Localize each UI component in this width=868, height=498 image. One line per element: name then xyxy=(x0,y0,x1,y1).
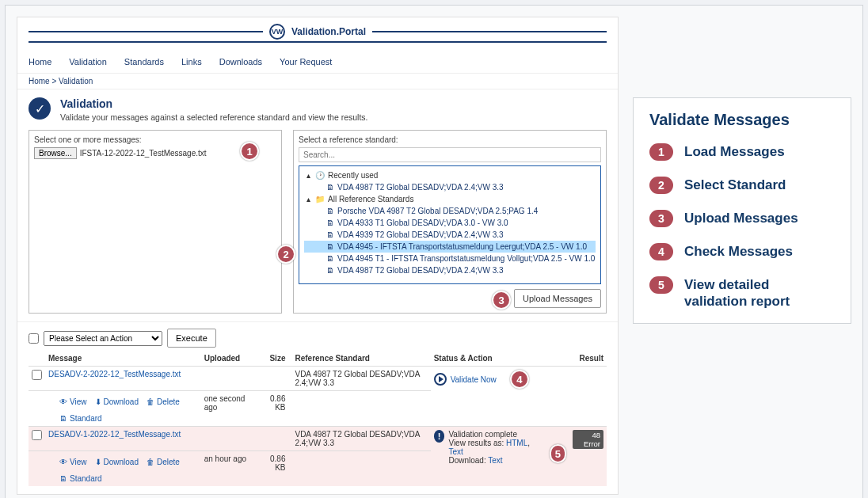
doc-icon: 🗎 xyxy=(326,266,334,275)
breadcrumb-home[interactable]: Home xyxy=(29,77,59,86)
download-link[interactable]: ⬇ Download xyxy=(95,458,139,466)
doc-icon: 🗎 xyxy=(326,230,334,239)
legend-label: Load Messages xyxy=(684,143,785,160)
check-icon: ✓ xyxy=(29,97,51,120)
legend-label: Upload Messages xyxy=(684,210,798,226)
eye-icon: 👁 xyxy=(59,458,67,466)
select-all-checkbox[interactable] xyxy=(29,333,39,344)
status-view-as: View results as: HTML, Text xyxy=(448,439,532,456)
legend-badge: 3 xyxy=(649,210,673,227)
legend-title: Validate Messages xyxy=(649,111,835,129)
legend-item: 3Upload Messages xyxy=(649,210,835,227)
message-file[interactable]: DESADV-1-2022-12_TestMessage.txt xyxy=(45,427,201,451)
standard-link[interactable]: 🗎 Standard xyxy=(59,474,198,483)
nav-your-request[interactable]: Your Request xyxy=(280,57,332,67)
action-bar: Please Select an Action Execute xyxy=(17,321,618,351)
execute-button[interactable]: Execute xyxy=(167,329,216,348)
eye-icon: 👁 xyxy=(59,397,67,406)
page-title: Validation xyxy=(60,97,368,110)
col-standard: Reference Standard xyxy=(291,351,430,367)
row-standard: VDA 4987 T2 Global DESADV;VDA 2.4;VW 3.3 xyxy=(291,367,430,391)
status-complete: Validation complete xyxy=(448,430,532,439)
portal-header: VW Validation.Portal xyxy=(29,24,607,43)
nav-downloads[interactable]: Downloads xyxy=(219,57,262,67)
tree-item[interactable]: 🗎 VDA 4933 T1 Global DESADV;VDA 3.0 - VW… xyxy=(304,217,596,229)
trash-icon: 🗑 xyxy=(147,397,154,406)
legend-panel: Validate Messages 1Load Messages2Select … xyxy=(633,97,851,324)
doc-icon: 🗎 xyxy=(326,219,334,227)
row-checkbox[interactable] xyxy=(32,430,42,440)
collapse-icon[interactable]: ▴ xyxy=(304,171,312,180)
selected-file-name: IFSTA-12-2022-12_TestMessage.txt xyxy=(80,149,207,158)
download-icon: ⬇ xyxy=(95,397,101,406)
standard-link[interactable]: 🗎 Standard xyxy=(59,414,198,423)
vw-logo-icon: VW xyxy=(269,24,285,40)
legend-label: View detailed validation report xyxy=(684,276,835,310)
doc-icon: 🗎 xyxy=(326,254,334,263)
legend-badge: 2 xyxy=(649,177,673,194)
delete-link[interactable]: 🗑 Delete xyxy=(147,397,180,406)
legend-badge: 4 xyxy=(649,243,673,260)
collapse-icon[interactable]: ▴ xyxy=(304,195,312,203)
row-checkbox[interactable] xyxy=(32,370,42,380)
page-head: ✓ Validation Validate your messages agai… xyxy=(17,89,618,130)
nav-standards[interactable]: Standards xyxy=(124,57,164,67)
legend-item: 4Check Messages xyxy=(649,243,835,260)
status-download: Download: Text xyxy=(448,456,532,465)
upload-messages-button[interactable]: Upload Messages xyxy=(514,289,601,308)
validate-now-link[interactable]: Validate Now xyxy=(451,375,497,384)
tree-item[interactable]: 🗎 VDA 4987 T2 Global DESADV;VDA 2.4;VW 3… xyxy=(304,181,596,193)
view-text-link[interactable]: Text xyxy=(448,447,463,456)
bulk-action-select[interactable]: Please Select an Action xyxy=(44,331,162,346)
nav-validation[interactable]: Validation xyxy=(69,57,107,67)
row-uploaded: one second ago xyxy=(201,391,258,427)
download-icon: ⬇ xyxy=(95,458,101,466)
legend-badge: 1 xyxy=(649,143,673,161)
standards-tree[interactable]: ▴🕑Recently used 🗎 VDA 4987 T2 Global DES… xyxy=(299,165,601,284)
view-link[interactable]: 👁 View xyxy=(59,397,87,406)
legend-item: 1Load Messages xyxy=(649,143,835,161)
clock-icon: 🕑 xyxy=(315,171,325,180)
folder-icon: 📁 xyxy=(315,195,325,203)
results-table: Message Uploaded Size Reference Standard… xyxy=(29,351,607,486)
tree-recently-used-label: Recently used xyxy=(328,171,378,180)
download-link[interactable]: ⬇ Download xyxy=(95,397,139,406)
row-size: 0.86 KB xyxy=(257,451,291,487)
tree-item[interactable]: 🗎 VDA 4939 T2 Global DESADV;VDA 2.4;VW 3… xyxy=(304,229,596,241)
alert-icon: ! xyxy=(434,430,445,443)
view-html-link[interactable]: HTML xyxy=(506,439,527,447)
col-size: Size xyxy=(257,351,291,367)
standard-search-input[interactable] xyxy=(299,147,601,162)
breadcrumb: Home Validation xyxy=(17,73,618,89)
table-row: DESADV-1-2022-12_TestMessage.txtVDA 4987… xyxy=(29,427,607,451)
breadcrumb-current: Validation xyxy=(59,77,93,86)
download-text-link[interactable]: Text xyxy=(488,456,502,465)
col-message: Message xyxy=(45,351,201,367)
trash-icon: 🗑 xyxy=(147,458,154,466)
tree-all-label: All Reference Standards xyxy=(328,195,413,203)
legend-item: 5View detailed validation report xyxy=(649,276,835,310)
message-file[interactable]: DESADV-2-2022-12_TestMessage.txt xyxy=(45,367,201,391)
tree-item[interactable]: 🗎 VDA 4987 T2 Global DESADV;VDA 2.4;VW 3… xyxy=(304,264,596,276)
tree-item[interactable]: 🗎 VDA 4945 - IFTSTA Transportstatusmeldu… xyxy=(304,241,596,253)
doc-icon: 🗎 xyxy=(59,414,67,423)
play-icon[interactable] xyxy=(434,373,447,386)
legend-label: Select Standard xyxy=(684,177,786,193)
view-link[interactable]: 👁 View xyxy=(59,458,87,466)
browse-button[interactable]: Browse... xyxy=(34,147,77,159)
messages-label: Select one or more messages: xyxy=(34,135,276,144)
table-row: DESADV-2-2022-12_TestMessage.txtVDA 4987… xyxy=(29,367,607,391)
tree-item[interactable]: 🗎 VDA 4945 T1 - IFTSTA Transportstatusme… xyxy=(304,253,596,264)
legend-item: 2Select Standard xyxy=(649,177,835,194)
row-uploaded: an hour ago xyxy=(201,451,258,487)
col-uploaded: Uploaded xyxy=(201,351,258,367)
legend-badge: 5 xyxy=(649,276,673,294)
nav-home[interactable]: Home xyxy=(29,57,51,67)
nav-links[interactable]: Links xyxy=(181,57,202,67)
messages-selector: Select one or more messages: Browse... I… xyxy=(29,130,282,314)
legend-label: Check Messages xyxy=(684,243,793,260)
portal-screenshot: VW Validation.Portal Home Validation Sta… xyxy=(17,17,619,495)
delete-link[interactable]: 🗑 Delete xyxy=(147,458,180,466)
callout-4: 4 xyxy=(510,370,529,389)
tree-item[interactable]: 🗎 Porsche VDA 4987 T2 Global DESADV;VDA … xyxy=(304,205,596,217)
